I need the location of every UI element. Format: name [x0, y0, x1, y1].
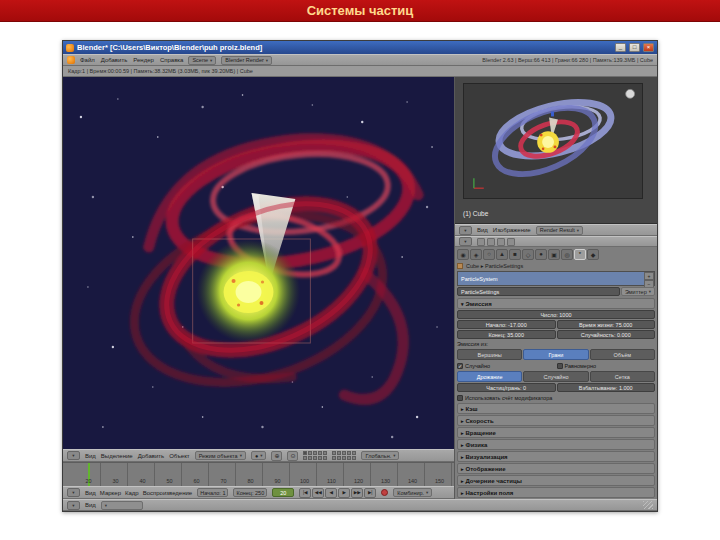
orientation-selector[interactable]: Глобальн.	[361, 451, 399, 460]
frame-end-field[interactable]: Конец: 35.000	[457, 330, 556, 339]
blender-menu-icon[interactable]	[67, 56, 75, 64]
collapsed-panel-header[interactable]: Настройки поля	[457, 487, 655, 498]
emission-panel-header[interactable]: Эмиссия	[457, 298, 655, 309]
image-datablock-selector[interactable]: Render Result	[536, 226, 583, 235]
checkbox-icon	[557, 363, 563, 369]
material-tab-icon[interactable]: ▣	[548, 249, 560, 260]
particle-type-selector[interactable]: Эмиттер	[621, 287, 655, 296]
ruler-number: 80	[237, 478, 264, 484]
timeline-menu-item[interactable]: Кадр	[125, 490, 139, 496]
constraints-tab-icon[interactable]: ■	[509, 249, 521, 260]
viewport-menu-item[interactable]: Выделение	[101, 453, 133, 459]
mode-selector[interactable]: Режим объекта	[195, 451, 246, 460]
timeline-menus: ВидМаркерКадрВоспроизведение	[85, 490, 192, 496]
collapsed-panel-header[interactable]: Кэш	[457, 403, 655, 414]
info-menus: ФайлДобавитьРендерСправка	[80, 57, 183, 63]
data-tab-icon[interactable]: ●	[535, 249, 547, 260]
collapsed-panel-header[interactable]: Скорость	[457, 415, 655, 426]
object-tab-icon[interactable]: ▲	[496, 249, 508, 260]
emit-volume-button[interactable]: Объём	[590, 349, 655, 360]
particle-count-field[interactable]: Число: 1000	[457, 310, 655, 319]
particles-per-face-field[interactable]: Частиц/грань: 0	[457, 383, 556, 392]
texture-tab-icon[interactable]: ◎	[561, 249, 573, 260]
transport-button[interactable]: ◀	[325, 488, 337, 498]
layers-grid[interactable]	[303, 451, 327, 460]
transport-button[interactable]: |◀	[299, 488, 311, 498]
ruler-number: 150	[426, 478, 453, 484]
bottom-selector[interactable]	[101, 501, 143, 510]
maximize-button[interactable]: □	[629, 43, 640, 52]
transport-button[interactable]: ◀◀	[312, 488, 324, 498]
timeline-menu-item[interactable]: Воспроизведение	[143, 490, 193, 496]
collapsed-panel-header[interactable]: Дочерние частицы	[457, 475, 655, 486]
collapsed-panel-header[interactable]: Физика	[457, 439, 655, 450]
jittering-amount-field[interactable]: Взбалтывание: 1.000	[557, 383, 656, 392]
random-order-check[interactable]: Случайно	[457, 361, 556, 370]
translate-manipulator-icon[interactable]: ⊕	[271, 451, 282, 461]
menu-item[interactable]: Рендер	[133, 57, 154, 63]
transport-button[interactable]: ▶	[338, 488, 350, 498]
viewport-menu-item[interactable]: Вид	[85, 453, 96, 459]
bottom-editor-header: Вид	[63, 499, 657, 511]
emit-verts-button[interactable]: Вершины	[457, 349, 522, 360]
collapsed-panel-header[interactable]: Визуализация	[457, 451, 655, 462]
render-tab-icon[interactable]: ◉	[457, 249, 469, 260]
sync-selector[interactable]: Комбинир.	[393, 488, 432, 497]
scene-selector[interactable]: Scene	[188, 56, 216, 65]
random-lifetime-field[interactable]: Случайность: 0.000	[557, 330, 656, 339]
blender-window: Blender* [C:\Users\Виктор\Blender\puh pr…	[62, 40, 658, 512]
menu-item[interactable]: Файл	[80, 57, 95, 63]
use-modifier-stack-check[interactable]: Использовать счёт модификатора	[457, 393, 655, 402]
physics-tab-icon[interactable]: ◆	[587, 249, 599, 260]
collapsed-panel-header[interactable]: Отображение	[457, 463, 655, 474]
menu-item[interactable]: Справка	[160, 57, 184, 63]
start-frame-field[interactable]: Начало: 1	[197, 488, 228, 497]
distribution-buttons: Дрожание Случайно Сетка	[457, 371, 655, 382]
end-frame-field[interactable]: Конец: 250	[233, 488, 267, 497]
close-button[interactable]: ×	[643, 43, 654, 52]
scene-tab-icon[interactable]: ◈	[470, 249, 482, 260]
render-engine-selector[interactable]: Blender Render	[221, 56, 272, 65]
even-distribution-check[interactable]: Равномерно	[557, 361, 656, 370]
minimize-button[interactable]: _	[615, 43, 626, 52]
properties-editor-icon[interactable]	[459, 237, 472, 246]
add-particle-system-button[interactable]: +	[644, 272, 654, 280]
record-button[interactable]	[381, 489, 388, 496]
timeline-editor-icon[interactable]	[67, 488, 80, 497]
console-editor-icon[interactable]	[67, 501, 80, 510]
transport-button[interactable]: ▶▶	[351, 488, 363, 498]
particles-tab-icon[interactable]: *	[574, 249, 586, 260]
world-tab-icon[interactable]: ○	[483, 249, 495, 260]
jittered-button[interactable]: Дрожание	[457, 371, 522, 382]
modifiers-tab-icon[interactable]: ◇	[522, 249, 534, 260]
timeline-menu-item[interactable]: Маркер	[100, 490, 121, 496]
3d-view-editor-icon[interactable]	[67, 451, 80, 460]
lifetime-field[interactable]: Время жизни: 75.000	[557, 320, 656, 329]
shading-selector[interactable]: ●	[251, 451, 267, 460]
image-editor-icon[interactable]	[459, 226, 472, 235]
resize-grip[interactable]	[643, 501, 653, 509]
image-menu-item[interactable]: Изображение	[493, 227, 531, 233]
random-dist-button[interactable]: Случайно	[523, 371, 588, 382]
viewport-menu-item[interactable]: Объект	[169, 453, 189, 459]
transport-button[interactable]: ▶|	[364, 488, 376, 498]
image-menu-item[interactable]: Вид	[477, 227, 488, 233]
rotate-manipulator-icon[interactable]: ⊙	[287, 451, 298, 461]
particle-system-item[interactable]: ParticleSystem	[458, 272, 644, 285]
render-preview-panel[interactable]: (1) Cube	[455, 77, 657, 224]
menu-item[interactable]: Добавить	[101, 57, 128, 63]
collapsed-panel-header[interactable]: Вращение	[457, 427, 655, 438]
frame-start-field[interactable]: Начало: -17.000	[457, 320, 556, 329]
3d-viewport[interactable]	[63, 77, 454, 449]
settings-name-field[interactable]: ParticleSettings	[457, 287, 620, 296]
emit-faces-button[interactable]: Грани	[523, 349, 588, 360]
timeline-ruler[interactable]: 2030405060708090100110120130140150	[63, 462, 454, 486]
viewport-menu-item[interactable]: Добавить	[138, 453, 165, 459]
current-frame-field[interactable]: 20	[272, 488, 294, 497]
bottom-menu-item[interactable]: Вид	[85, 502, 96, 508]
properties-tabs: ◉ ◈ ○ ▲ ■ ◇ ● ▣ ◎ * ◆	[457, 248, 655, 260]
timeline-menu-item[interactable]: Вид	[85, 490, 96, 496]
layers-grid-2[interactable]	[332, 451, 356, 460]
grid-dist-button[interactable]: Сетка	[590, 371, 655, 382]
window-title-bar[interactable]: Blender* [C:\Users\Виктор\Blender\puh pr…	[63, 41, 657, 54]
